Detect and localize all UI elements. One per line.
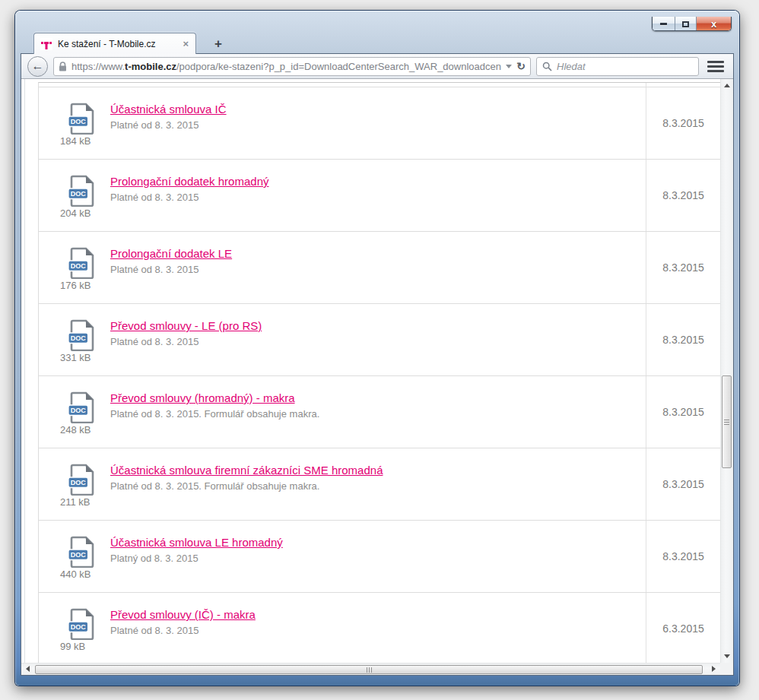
vertical-scrollbar-thumb[interactable] (722, 375, 732, 468)
file-size: 248 kB (60, 424, 91, 436)
tab-close-icon[interactable]: × (182, 39, 189, 49)
scroll-down-icon[interactable] (724, 654, 730, 658)
back-button[interactable]: ← (27, 56, 48, 77)
scroll-left-icon[interactable] (26, 666, 30, 672)
reload-icon[interactable]: ↻ (516, 61, 526, 71)
file-size: 440 kB (60, 569, 91, 580)
hamburger-icon (707, 61, 724, 63)
search-bar[interactable] (536, 57, 699, 76)
url-domain: t-mobile.cz (125, 61, 176, 72)
file-size: 211 kB (60, 496, 91, 508)
file-size: 99 kB (60, 641, 85, 652)
validity-note: Platné od 8. 3. 2015 (110, 264, 198, 275)
validity-note: Platné od 8. 3. 2015. Formulář obsahuje … (110, 480, 319, 492)
date-cell: 8.3.2015 (646, 304, 720, 375)
date-cell: 8.3.2015 (646, 448, 720, 520)
date-value: 8.3.2015 (662, 261, 704, 274)
download-link[interactable]: Převod smlouvy - LE (pro RS) (110, 319, 262, 332)
svg-text:DOC: DOC (71, 334, 87, 342)
table-row: DOC Převod smlouvy (hromadný) - makra Pl… (39, 376, 720, 448)
url-bar[interactable]: https://www.t-mobile.cz/podpora/ke-staze… (53, 57, 531, 76)
date-value: 8.3.2015 (662, 478, 704, 490)
svg-text:DOC: DOC (71, 190, 87, 198)
validity-note: Platné od 8. 3. 2015 (110, 192, 198, 203)
maximize-icon (682, 21, 689, 27)
doc-file-icon: DOC (68, 464, 95, 496)
date-value: 8.3.2015 (662, 406, 704, 418)
download-link[interactable]: Prolongační dodatek LE (110, 247, 232, 260)
vertical-scrollbar[interactable] (720, 79, 733, 663)
scroll-up-icon[interactable] (724, 84, 730, 87)
doc-file-icon: DOC (68, 175, 95, 207)
page-edge-line (24, 79, 25, 663)
table-row: DOC Převod smlouvy - LE (pro RS) Platné … (39, 304, 720, 376)
date-cell: 6.3.2015 (646, 593, 720, 664)
date-cell: 8.3.2015 (646, 160, 720, 231)
download-link[interactable]: Účastnická smlouva IČ (110, 103, 227, 116)
minimize-icon (660, 23, 667, 25)
page-content: DOC Účastnická smlouva IČ Platné od 8. 3… (21, 79, 733, 675)
urlbar-dropdown-icon[interactable] (506, 65, 512, 68)
horizontal-scrollbar[interactable] (21, 663, 720, 675)
navigation-toolbar: ← https://www.t-mobile.cz/podpora/ke-sta… (21, 54, 733, 79)
browser-window: x Ke stažení - T-Mobile.cz × + ← https:/… (15, 11, 739, 686)
validity-note: Platné od 8. 3. 2015 (110, 336, 198, 347)
date-value: 8.3.2015 (662, 334, 704, 346)
table-row: DOC Účastnická smlouva LE hromadný Platn… (39, 521, 720, 593)
table-row: DOC Prolongační dodatek hromadný Platné … (39, 160, 720, 232)
date-cell: 8.3.2015 (646, 376, 720, 448)
doc-file-icon: DOC (68, 247, 95, 279)
date-cell: 8.3.2015 (646, 87, 720, 159)
date-cell: 8.3.2015 (646, 521, 720, 592)
doc-file-icon: DOC (68, 608, 95, 640)
doc-file-icon: DOC (68, 103, 95, 135)
browser-tab[interactable]: Ke stažení - T-Mobile.cz × (33, 33, 196, 54)
close-icon: x (711, 19, 716, 29)
minimize-button[interactable] (653, 17, 675, 31)
svg-text:DOC: DOC (71, 262, 87, 270)
date-value: 6.3.2015 (662, 622, 704, 635)
maximize-button[interactable] (675, 17, 697, 31)
validity-note: Platné od 8. 3. 2015. Formulář obsahuje … (110, 408, 319, 420)
svg-text:DOC: DOC (71, 407, 87, 414)
svg-text:DOC: DOC (71, 623, 87, 631)
scrollbar-corner (720, 663, 733, 675)
tab-title: Ke stažení - T-Mobile.cz (58, 39, 176, 49)
file-size: 331 kB (60, 352, 91, 363)
svg-text:DOC: DOC (71, 551, 87, 559)
table-row: DOC Účastnická smlouva firemní zákazníci… (39, 448, 720, 521)
table-row: DOC Účastnická smlouva IČ Platné od 8. 3… (39, 87, 720, 160)
close-window-button[interactable]: x (697, 17, 731, 31)
date-value: 8.3.2015 (662, 117, 704, 129)
download-link[interactable]: Prolongační dodatek hromadný (110, 175, 268, 188)
date-value: 8.3.2015 (662, 189, 704, 201)
t-mobile-favicon-icon (40, 38, 52, 50)
doc-file-icon: DOC (68, 536, 95, 568)
validity-note: Platný od 8. 3. 2015 (110, 553, 198, 564)
file-size: 184 kB (60, 135, 91, 147)
url-text[interactable]: https://www.t-mobile.cz/podpora/ke-staze… (71, 61, 501, 72)
download-link[interactable]: Převod smlouvy (IČ) - makra (110, 608, 256, 621)
svg-text:DOC: DOC (71, 479, 87, 486)
svg-text:DOC: DOC (71, 118, 87, 125)
window-controls: x (652, 17, 732, 31)
table-row: DOC Prolongační dodatek LE Platné od 8. … (39, 232, 720, 304)
menu-button[interactable] (704, 61, 727, 72)
validity-note: Platné od 8. 3. 2015 (110, 625, 198, 636)
date-cell: 8.3.2015 (646, 232, 720, 303)
scroll-right-icon[interactable] (712, 666, 716, 672)
search-icon (542, 62, 552, 71)
url-path: /podpora/ke-stazeni?p_p_id=DownloadCente… (176, 61, 501, 72)
file-size: 204 kB (60, 207, 91, 219)
download-link[interactable]: Převod smlouvy (hromadný) - makra (110, 391, 295, 404)
validity-note: Platné od 8. 3. 2015 (110, 119, 198, 131)
doc-file-icon: DOC (68, 391, 95, 423)
download-link[interactable]: Účastnická smlouva firemní zákazníci SME… (110, 464, 383, 477)
url-prefix: https://www. (71, 61, 125, 72)
downloads-table: DOC Účastnická smlouva IČ Platné od 8. 3… (38, 82, 720, 665)
new-tab-button[interactable]: + (207, 36, 230, 51)
horizontal-scrollbar-thumb[interactable] (35, 665, 703, 674)
doc-file-icon: DOC (68, 319, 95, 351)
download-link[interactable]: Účastnická smlouva LE hromadný (110, 536, 283, 549)
search-input[interactable] (557, 61, 693, 72)
